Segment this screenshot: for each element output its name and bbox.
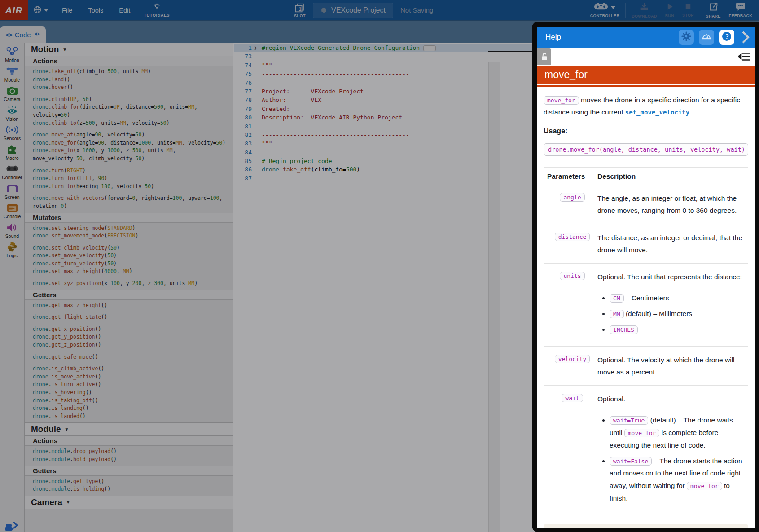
gear-icon xyxy=(681,31,692,44)
parameter-chip: units xyxy=(560,272,584,280)
collapse-panel-button[interactable] xyxy=(739,30,752,45)
settings-button[interactable] xyxy=(679,30,694,45)
parameter-chip: wait xyxy=(562,394,583,402)
inline-code-chip: move_for xyxy=(624,429,660,437)
col-description: Description xyxy=(597,172,748,180)
col-parameters: Parameters xyxy=(547,172,597,180)
unlock-button[interactable] xyxy=(537,48,551,65)
question-icon: ? xyxy=(721,31,732,44)
banner-underline xyxy=(537,85,755,87)
command-description: move_for moves the drone in a specific d… xyxy=(544,94,748,118)
parameter-description: Optional.wait=True (default) – The drone… xyxy=(597,393,748,508)
inline-code-chip: wait=False xyxy=(610,457,652,466)
parameter-description: The angle, as an integer or float, at wh… xyxy=(597,192,748,216)
inline-code-chip: MM xyxy=(610,310,624,318)
bullet-list: CM – CentimetersMM (default) – Millimete… xyxy=(597,292,746,336)
inline-code-chip: move_for xyxy=(544,96,579,105)
inline-code-chip: wait=True xyxy=(610,416,648,425)
bullet-item: MM (default) – Millimeters xyxy=(610,308,746,320)
svg-text:?: ? xyxy=(725,33,729,40)
help-content: move_for move_for moves the drone in a s… xyxy=(537,66,755,528)
theme-button[interactable] xyxy=(699,30,714,45)
command-link[interactable]: set_move_velocity xyxy=(625,109,689,116)
help-button[interactable]: ? xyxy=(719,30,734,45)
inline-code-chip: move_for xyxy=(687,482,722,490)
usage-signature: drone.move_for(angle, distance, units, v… xyxy=(544,143,748,156)
bullet-item: wait=False – The drone starts the action… xyxy=(610,455,746,505)
outdent-button[interactable] xyxy=(738,52,750,62)
command-name: move_for xyxy=(544,69,588,81)
gauge-icon xyxy=(701,31,712,44)
inline-code-chip: INCHES xyxy=(610,325,638,334)
help-header: Help xyxy=(537,27,755,48)
parameter-row-units: unitsOptional. The unit that represents … xyxy=(544,264,748,347)
parameter-row-distance: distanceThe distance, as an integer or d… xyxy=(544,224,748,264)
example-code-block: 1# Move forward for 200 mm2drone.take_of… xyxy=(544,524,748,528)
bullet-item: INCHES xyxy=(610,323,746,336)
help-window: Help xyxy=(532,22,759,532)
parameters-table-header: ParametersDescription xyxy=(544,168,748,185)
inline-code-chip: CM xyxy=(610,294,624,303)
help-title: Help xyxy=(545,33,561,42)
command-banner: move_for xyxy=(537,66,755,84)
parameter-description: Optional. The velocity at which the dron… xyxy=(597,354,748,378)
parameter-chip: velocity xyxy=(555,355,590,363)
bullet-item: wait=True (default) – The drone waits un… xyxy=(610,414,746,452)
parameter-chip: distance xyxy=(555,233,590,241)
parameter-description: Optional. The unit that represents the d… xyxy=(597,271,748,339)
bullet-list: wait=True (default) – The drone waits un… xyxy=(597,414,746,505)
parameter-description: The distance, as an integer or decimal, … xyxy=(597,232,748,256)
parameter-row-angle: angleThe angle, as an integer or float, … xyxy=(544,185,748,224)
parameter-row-wait: waitOptional.wait=True (default) – The d… xyxy=(544,386,748,515)
parameters-table: ParametersDescriptionangleThe angle, as … xyxy=(544,167,748,515)
parameter-row-velocity: velocityOptional. The velocity at which … xyxy=(544,347,748,386)
parameter-chip: angle xyxy=(560,193,584,202)
usage-label: Usage: xyxy=(544,127,748,135)
bullet-item: CM – Centimeters xyxy=(610,292,746,304)
help-toolbar xyxy=(537,48,755,66)
vexcode-air-window: AIR File Tools Edit xyxy=(0,0,759,532)
